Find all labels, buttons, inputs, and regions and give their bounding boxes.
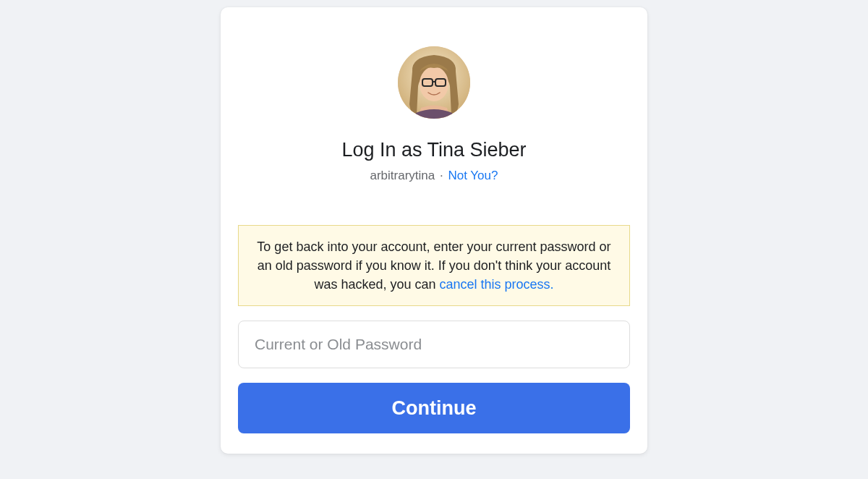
notice-text: To get back into your account, enter you… xyxy=(257,240,610,292)
username-text: arbitrarytina xyxy=(370,169,435,182)
notice-box: To get back into your account, enter you… xyxy=(238,225,630,306)
cancel-process-link[interactable]: cancel this process. xyxy=(440,277,554,292)
avatar xyxy=(398,46,470,119)
password-input[interactable] xyxy=(238,321,630,368)
subtitle: arbitrarytina · Not You? xyxy=(370,169,498,183)
login-card: Log In as Tina Sieber arbitrarytina · No… xyxy=(221,7,647,454)
separator: · xyxy=(440,169,443,182)
not-you-link[interactable]: Not You? xyxy=(448,169,498,182)
svg-point-1 xyxy=(420,67,448,101)
continue-button[interactable]: Continue xyxy=(238,383,630,433)
page-title: Log In as Tina Sieber xyxy=(341,139,526,161)
avatar-image xyxy=(398,46,470,119)
